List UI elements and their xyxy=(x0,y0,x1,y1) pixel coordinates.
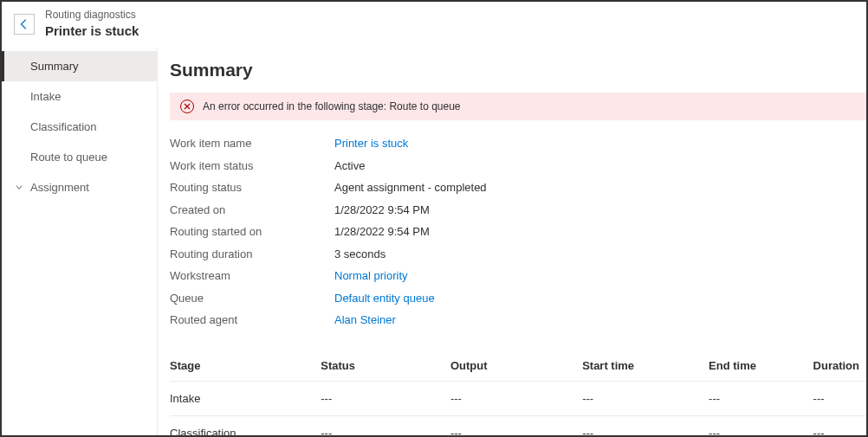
table-header: Start time xyxy=(582,350,709,382)
table-header: Status xyxy=(321,350,450,382)
end-cell: --- xyxy=(709,415,813,435)
field-label: Work item status xyxy=(170,157,334,175)
table-header: Duration xyxy=(813,350,866,382)
sidebar-item-intake[interactable]: Intake xyxy=(2,81,157,112)
sidebar-item-label: Route to queue xyxy=(30,151,107,164)
field-label: Routing started on xyxy=(170,223,334,241)
field-row: WorkstreamNormal priority xyxy=(170,265,866,287)
field-label: Routing status xyxy=(170,179,334,196)
error-alert: An error occurred in the following stage… xyxy=(170,93,866,120)
start-cell: --- xyxy=(582,415,709,435)
breadcrumb: Routing diagnostics xyxy=(45,9,139,22)
sidebar-item-classification[interactable]: Classification xyxy=(2,112,157,142)
field-row: Routing started on1/28/2022 9:54 PM xyxy=(170,221,866,243)
field-label: Queue xyxy=(170,290,334,307)
chevron-down-icon xyxy=(15,181,23,194)
field-label: Routed agent xyxy=(170,312,334,329)
sidebar-item-summary[interactable]: Summary xyxy=(2,51,157,81)
field-label: Workstream xyxy=(170,267,334,285)
field-row: Work item statusActive xyxy=(170,155,866,177)
start-cell: --- xyxy=(582,381,709,415)
field-row: QueueDefault entity queue xyxy=(170,287,866,310)
sidebar-item-route-to-queue[interactable]: Route to queue xyxy=(2,142,157,172)
field-value[interactable]: Normal priority xyxy=(334,267,408,285)
back-button[interactable] xyxy=(14,14,35,35)
field-value: 1/28/2022 9:54 PM xyxy=(334,223,430,241)
sidebar-item-label: Classification xyxy=(30,120,97,133)
main-title: Summary xyxy=(170,60,866,80)
table-header: Output xyxy=(450,350,582,382)
sidebar-item-label: Intake xyxy=(30,90,61,103)
page-title: Printer is stuck xyxy=(45,22,139,40)
field-value: Agent assignment - completed xyxy=(334,179,487,196)
duration-cell: --- xyxy=(813,381,866,415)
field-row: Work item namePrinter is stuck xyxy=(170,132,866,155)
output-cell: --- xyxy=(450,381,582,415)
field-value: 1/28/2022 9:54 PM xyxy=(334,202,430,219)
field-row: Created on1/28/2022 9:54 PM xyxy=(170,199,866,222)
field-row: Routing statusAgent assignment - complet… xyxy=(170,177,866,199)
sidebar-item-label: Assignment xyxy=(30,181,89,194)
table-header: End time xyxy=(709,350,813,382)
field-value: 3 seconds xyxy=(334,246,385,263)
error-circle-icon xyxy=(180,100,194,113)
output-cell: --- xyxy=(450,415,582,435)
stages-table: StageStatusOutputStart timeEnd timeDurat… xyxy=(170,350,866,435)
header: Routing diagnostics Printer is stuck xyxy=(2,2,866,48)
field-row: Routing duration3 seconds xyxy=(170,243,866,266)
back-arrow-icon xyxy=(18,18,30,30)
field-label: Created on xyxy=(170,202,334,219)
end-cell: --- xyxy=(709,381,813,415)
field-row: Routed agentAlan Steiner xyxy=(170,309,866,331)
field-label: Routing duration xyxy=(170,246,334,263)
field-value: Active xyxy=(334,157,365,175)
field-value[interactable]: Printer is stuck xyxy=(334,135,408,152)
status-cell: --- xyxy=(321,415,450,435)
table-row: Intake--------------- xyxy=(170,381,866,415)
sidebar-item-label: Summary xyxy=(30,60,79,73)
stage-cell: Classification xyxy=(170,415,321,435)
field-label: Work item name xyxy=(170,135,334,152)
sidebar: SummaryIntakeClassificationRoute to queu… xyxy=(2,48,158,435)
summary-fields: Work item namePrinter is stuckWork item … xyxy=(170,132,866,331)
status-cell: --- xyxy=(321,381,450,415)
sidebar-item-assignment[interactable]: Assignment xyxy=(2,172,157,202)
stage-cell: Intake xyxy=(170,381,321,415)
field-value[interactable]: Alan Steiner xyxy=(334,312,396,329)
field-value[interactable]: Default entity queue xyxy=(334,290,435,307)
main-content: Summary An error occurred in the followi… xyxy=(158,48,866,435)
table-header: Stage xyxy=(170,350,321,382)
table-row: Classification--------------- xyxy=(170,415,866,435)
duration-cell: --- xyxy=(813,415,866,435)
alert-text: An error occurred in the following stage… xyxy=(203,100,461,112)
